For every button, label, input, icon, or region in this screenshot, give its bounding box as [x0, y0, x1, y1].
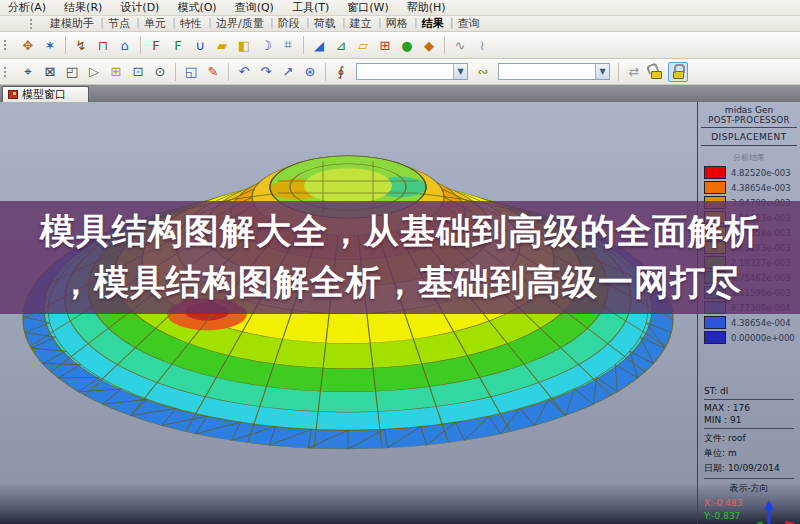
plane-stress-icon[interactable]: ◢	[309, 35, 329, 55]
solid-result-icon[interactable]: ◆	[419, 35, 439, 55]
toolbar-drag-handle[interactable]	[30, 19, 35, 29]
date-label: 日期: 10/09/2014	[701, 461, 797, 476]
unselect-arrow-icon[interactable]: ▷	[84, 62, 104, 82]
unlock-model-button[interactable]	[646, 62, 666, 82]
deformed-shape-icon[interactable]: ∪	[190, 35, 210, 55]
lock-model-button[interactable]	[668, 62, 688, 82]
legend-value: 0.00000e+000	[731, 333, 795, 343]
ribbon-element[interactable]: 单元	[137, 16, 173, 31]
load-case-label: ST: dl	[701, 385, 797, 397]
toolbar-separator	[325, 63, 326, 81]
ribbon-build[interactable]: 建立	[343, 16, 379, 31]
toolbar-drag-handle[interactable]	[4, 40, 9, 50]
legend-swatch	[704, 316, 726, 329]
plane-select-icon[interactable]: ⊞	[106, 62, 126, 82]
toolbar-separator	[175, 63, 176, 81]
beam-diagram-icon[interactable]: ⊿	[331, 35, 351, 55]
toolbar-drag-handle[interactable]	[4, 67, 9, 77]
previous-view-icon[interactable]: ↶	[234, 62, 254, 82]
zoom-window-icon[interactable]: ◱	[181, 62, 201, 82]
menu-analysis[interactable]: 分析(A)	[8, 0, 46, 15]
toolbar-separator	[140, 36, 141, 54]
displacement-contour-icon[interactable]: ▰	[212, 35, 232, 55]
ribbon-load[interactable]: 荷载	[307, 16, 343, 31]
support-frame-icon[interactable]: ⊓	[93, 35, 113, 55]
toolbar-separator	[228, 63, 229, 81]
toolbar-separator	[618, 63, 619, 81]
lock-icon	[673, 71, 684, 79]
app-name-label: midas Gen	[698, 105, 800, 115]
result-toolbar: ✥ ✶ ↯ ⊓ ⌂ F F ∪ ▰ ◧ ☽ ⌗ ◢ ⊿ ▱ ⊞ ● ◆ ∿ ≀	[0, 32, 800, 59]
stress-contour-icon[interactable]: ◧	[234, 35, 254, 55]
banner-title-line1: 模具结构图解大全，从基础到高级的全面解析	[0, 206, 800, 257]
min-node-label: MIN : 91	[701, 414, 797, 426]
model-viewport[interactable]: midas Gen POST-PROCESSOR DISPLACEMENT 分析…	[0, 102, 800, 524]
legend-swatch	[704, 166, 726, 179]
menu-bar: 分析(A) 结果(R) 设计(D) 模式(O) 查询(Q) 工具(T) 窗口(W…	[0, 0, 800, 16]
ribbon-toolbar: 建模助手 节点 单元 特性 边界/质量 阶段 荷载 建立 网格 结果 查询	[0, 16, 800, 32]
menu-help[interactable]: 帮助(H)	[407, 0, 446, 15]
displacement-icon[interactable]: F	[168, 35, 188, 55]
legend-value: 4.38654e-004	[731, 318, 791, 328]
model-window-icon	[8, 90, 18, 99]
chevron-down-icon: ▼	[453, 64, 467, 79]
local-axis-icon[interactable]: ⊞	[375, 35, 395, 55]
view-frame-icon[interactable]: ⌂	[115, 35, 135, 55]
truss-force-icon[interactable]: ⌗	[278, 35, 298, 55]
ribbon-boundary-mass[interactable]: 边界/质量	[209, 16, 271, 31]
banner-title-line2: ，模具结构图解全析，基础到高级一网打尽	[0, 257, 800, 308]
toolbar-separator	[65, 36, 66, 54]
legend-entry: 0.00000e+000	[698, 331, 800, 344]
post-processor-label: POST-PROCESSOR	[698, 115, 800, 125]
tendon-icon[interactable]: ↯	[71, 35, 91, 55]
model-window-tab[interactable]: 模型窗口	[2, 86, 89, 102]
annotate-icon[interactable]: ✎	[203, 62, 223, 82]
axis-triad-icon	[755, 496, 797, 524]
assembly-icon[interactable]: ✥	[18, 35, 38, 55]
title-overlay-banner: 模具结构图解大全，从基础到高级的全面解析 ，模具结构图解全析，基础到高级一网打尽	[0, 201, 800, 314]
moment-diagram-icon[interactable]: ☽	[256, 35, 276, 55]
ribbon-property[interactable]: 特性	[173, 16, 209, 31]
legend-swatch	[704, 331, 726, 344]
mode-shape-icon[interactable]: ∿	[450, 35, 470, 55]
legend-entry: 4.38654e-004	[698, 316, 800, 329]
group-combo[interactable]: ▼	[498, 63, 610, 80]
pick-select-icon[interactable]: ⌖	[18, 62, 38, 82]
view-y-value: Y:-0.837	[701, 509, 755, 522]
dynamic-view-icon[interactable]: ↗	[278, 62, 298, 82]
ribbon-query[interactable]: 查询	[451, 16, 487, 31]
reaction-force-icon[interactable]: F	[146, 35, 166, 55]
node-web-icon[interactable]: ✶	[40, 35, 60, 55]
ribbon-modeling-assistant[interactable]: 建模助手	[43, 16, 101, 31]
menu-results[interactable]: 结果(R)	[64, 0, 102, 15]
max-node-label: MAX : 176	[701, 402, 797, 414]
window-select-icon[interactable]: ⊠	[40, 62, 60, 82]
toolbar-separator	[444, 36, 445, 54]
menu-query[interactable]: 查询(Q)	[235, 0, 274, 15]
menu-design[interactable]: 设计(D)	[120, 0, 159, 15]
polygon-select-icon[interactable]: ◰	[62, 62, 82, 82]
ribbon-node[interactable]: 节点	[101, 16, 137, 31]
time-history-icon[interactable]: ≀	[472, 35, 492, 55]
volume-select-icon[interactable]: ⊡	[128, 62, 148, 82]
walk-through-icon[interactable]: ∮	[331, 62, 351, 82]
ribbon-results-active[interactable]: 结果	[415, 16, 451, 31]
unlock-icon	[651, 71, 662, 79]
chevron-down-icon: ▼	[595, 64, 609, 79]
ribbon-mesh[interactable]: 网格	[379, 16, 415, 31]
node-result-icon[interactable]: ●	[397, 35, 417, 55]
menu-mode[interactable]: 模式(O)	[177, 0, 216, 15]
rotate-view-icon[interactable]: ⊛	[300, 62, 320, 82]
pan-icon[interactable]: ⇄	[624, 62, 644, 82]
legend-value: 4.82520e-003	[731, 168, 791, 178]
view-direction-label: 表示-方向	[701, 481, 797, 496]
activity-icon[interactable]: ∾	[473, 62, 493, 82]
plate-force-icon[interactable]: ▱	[353, 35, 373, 55]
menu-window[interactable]: 窗口(W)	[347, 0, 388, 15]
circle-select-icon[interactable]: ⊙	[150, 62, 170, 82]
selection-toolbar: ⌖ ⊠ ◰ ▷ ⊞ ⊡ ⊙ ◱ ✎ ↶ ↷ ↗ ⊛ ∮ ▼ ∾ ▼ ⇄	[0, 59, 800, 85]
menu-tools[interactable]: 工具(T)	[292, 0, 329, 15]
ribbon-stage[interactable]: 阶段	[271, 16, 307, 31]
named-selection-combo[interactable]: ▼	[356, 63, 468, 80]
next-view-icon[interactable]: ↷	[256, 62, 276, 82]
